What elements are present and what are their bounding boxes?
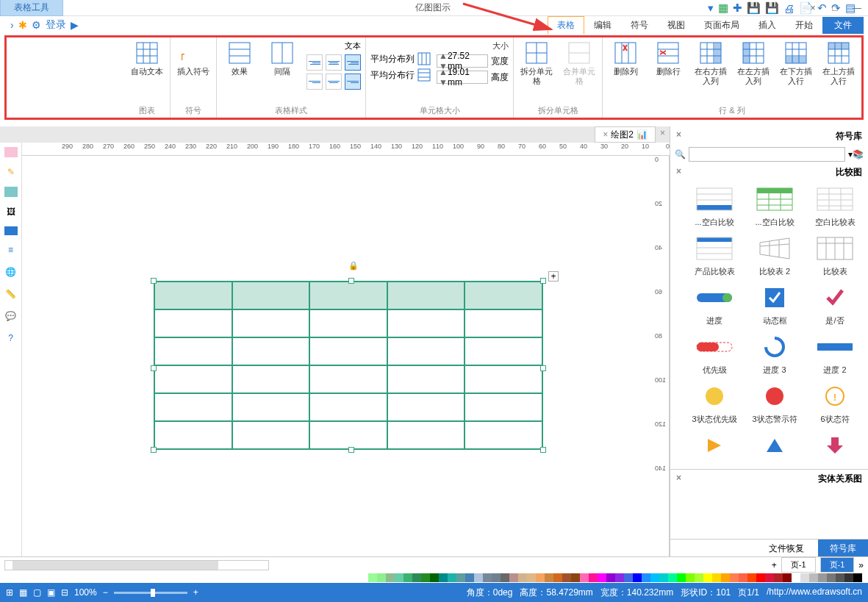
width-input[interactable]: ▲▼27.52 mm xyxy=(437,54,488,68)
align-ml[interactable] xyxy=(345,74,361,90)
layout-icon[interactable]: ⊟ xyxy=(61,587,68,598)
qat-color-icon[interactable]: ✱ xyxy=(18,19,27,31)
distribute-rows[interactable]: 平均分布行 xyxy=(370,68,431,82)
shape-item[interactable]: 优先级 xyxy=(684,332,745,376)
shape-item[interactable]: 空白比较... xyxy=(745,184,805,228)
qa-save[interactable]: 💾 xyxy=(747,1,761,15)
insert-row-above[interactable]: 在上方插入行 xyxy=(820,40,857,86)
page-tab[interactable]: 页-1 xyxy=(781,557,816,573)
tool-help[interactable]: ? xyxy=(4,331,18,345)
shape-item[interactable]: 3状态警示符 xyxy=(745,381,805,425)
delete-row[interactable]: 删除行 xyxy=(650,40,686,76)
shape-item[interactable]: 比较表 2 xyxy=(745,234,805,277)
tabs-close-icon[interactable]: × xyxy=(656,126,670,143)
shape-item[interactable]: 3状态优先级 xyxy=(684,381,745,425)
insert-col-left[interactable]: 在左方插入列 xyxy=(735,40,772,86)
qa-print[interactable]: 🖨 xyxy=(783,2,795,15)
tool-pen[interactable]: ✎ xyxy=(4,165,18,179)
height-input[interactable]: ▲▼19.01 mm xyxy=(437,71,488,84)
shape-item[interactable] xyxy=(745,431,805,460)
shape-item[interactable]: 产品比较表 xyxy=(684,234,745,277)
search-input[interactable] xyxy=(689,147,845,162)
shape-item[interactable]: 动态框 xyxy=(745,283,805,326)
shape-item[interactable]: 是/否 xyxy=(805,283,865,326)
add-page-icon[interactable]: + xyxy=(772,560,777,570)
shape-item[interactable]: 进度 3 xyxy=(745,332,805,376)
spacing[interactable]: 间隔 xyxy=(264,40,301,76)
qat-gear-icon[interactable]: ⚙ xyxy=(32,19,41,31)
shape-item[interactable] xyxy=(684,431,745,460)
qat-login[interactable]: 登录 xyxy=(46,18,66,32)
tool-pointer[interactable] xyxy=(4,147,18,157)
section-close-icon[interactable]: × xyxy=(676,166,681,176)
tab-symbol[interactable]: 符号 xyxy=(621,16,658,35)
tool-text[interactable] xyxy=(4,226,18,235)
effect[interactable]: 效果 xyxy=(221,40,258,76)
footer-tab-symbols[interactable]: 符号库 xyxy=(818,540,868,558)
shape-item[interactable]: 空白比较... xyxy=(684,184,745,228)
page-chevron-icon[interactable]: « xyxy=(858,560,864,570)
shape-item[interactable] xyxy=(805,431,865,460)
align-mr[interactable] xyxy=(306,74,323,90)
tool-image[interactable]: 🖼 xyxy=(4,204,18,219)
tab-view[interactable]: 视图 xyxy=(658,16,695,35)
search-icon[interactable]: 🔍 xyxy=(675,149,686,160)
canvas[interactable]: 🔒 + xyxy=(22,156,653,558)
zoom-in[interactable]: + xyxy=(193,587,198,598)
doc-tab[interactable]: 📊绘图2× xyxy=(595,126,656,143)
qa-more[interactable]: ▤ xyxy=(845,1,856,15)
distribute-cols[interactable]: 平均分布列 xyxy=(370,52,431,65)
table-shape[interactable]: 🔒 + xyxy=(154,281,543,450)
grid-icon[interactable]: ⊞ xyxy=(6,587,13,598)
qat-play-icon[interactable]: ▶ xyxy=(71,19,79,31)
shape-item[interactable]: 进度 xyxy=(684,283,745,326)
tool-globe[interactable]: 🌐 xyxy=(4,265,18,279)
align-mc[interactable] xyxy=(326,74,342,90)
delete-col[interactable]: 删除列 xyxy=(607,40,644,76)
library-icon[interactable]: 📚▾ xyxy=(848,149,864,160)
qat-chevron-icon[interactable]: › xyxy=(10,19,14,31)
align-tr[interactable] xyxy=(306,54,323,71)
page-icon[interactable]: ▢ xyxy=(33,587,41,598)
shape-item[interactable]: 进度 2 xyxy=(805,332,865,376)
view-icon[interactable]: ▦ xyxy=(19,587,27,598)
zoom-slider[interactable] xyxy=(114,592,187,594)
svg-rect-25 xyxy=(658,43,678,63)
insert-row-below[interactable]: 在下方插入行 xyxy=(778,40,814,86)
section-close-icon[interactable]: × xyxy=(676,473,681,483)
tab-layout[interactable]: 页面布局 xyxy=(695,16,749,35)
insert-symbol[interactable]: T插入符号 xyxy=(175,40,212,76)
tab-insert[interactable]: 插入 xyxy=(749,16,786,35)
qa-pdf[interactable]: 📄 xyxy=(799,1,813,15)
shape-item[interactable]: 空白比较表 xyxy=(805,184,865,228)
page-tab[interactable]: 页-1 xyxy=(820,557,855,573)
qa-icon[interactable]: ▾ xyxy=(708,1,714,15)
split-cells[interactable]: 拆分单元格 xyxy=(518,40,555,86)
panel-close-icon[interactable]: × xyxy=(676,129,681,140)
tool-list[interactable]: ≡ xyxy=(4,243,18,257)
auto-text[interactable]: 自动文本 xyxy=(129,40,165,76)
tool-chat[interactable]: 💬 xyxy=(4,309,18,323)
tab-home[interactable]: 开始 xyxy=(786,16,822,35)
h-scrollbar[interactable] xyxy=(4,560,269,570)
zoom-out[interactable]: − xyxy=(103,587,108,598)
tab-table[interactable]: 表格 xyxy=(548,16,584,35)
tab-edit[interactable]: 编辑 xyxy=(584,16,621,35)
qa-open[interactable]: ✚ xyxy=(733,1,742,15)
shape-item[interactable]: !6状态符 xyxy=(805,381,865,425)
qa-redo[interactable]: ↷ xyxy=(831,1,841,15)
qa-new[interactable]: ▦ xyxy=(718,1,728,15)
footer-tab-recovery[interactable]: 文件恢复 xyxy=(757,540,816,558)
insert-col-right[interactable]: 在右方插入列 xyxy=(692,40,729,86)
tool-rect[interactable] xyxy=(4,187,18,197)
tool-line[interactable]: 📏 xyxy=(4,287,18,301)
align-tl[interactable] xyxy=(345,54,361,71)
qa-undo[interactable]: ↶ xyxy=(817,1,827,15)
qa-saveas[interactable]: 💾 xyxy=(765,1,779,15)
align-tc[interactable] xyxy=(326,54,342,71)
file-menu[interactable]: 文件 xyxy=(822,17,864,34)
color-palette[interactable] xyxy=(0,573,868,583)
shape-item[interactable]: 比较表 xyxy=(805,234,865,277)
merge-cells[interactable]: 合并单元格 xyxy=(561,40,598,86)
fit-icon[interactable]: ▣ xyxy=(47,587,55,598)
